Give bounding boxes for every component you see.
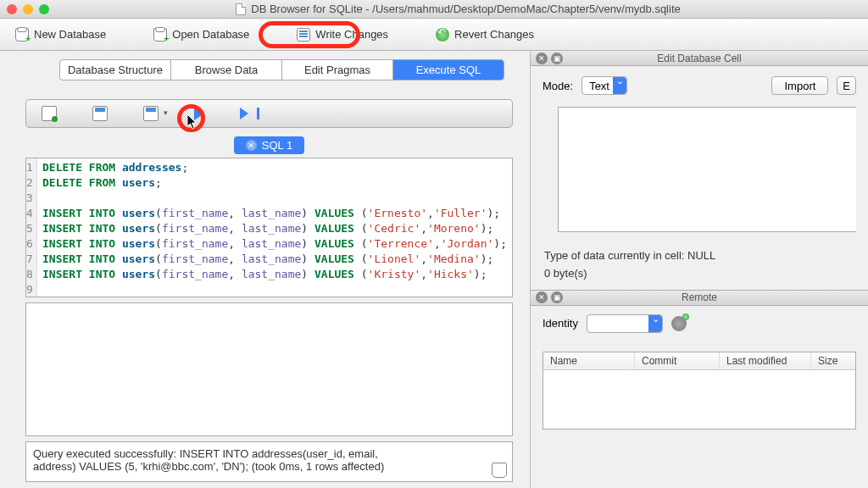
col-last-modified[interactable]: Last modified xyxy=(720,352,811,369)
open-database-button[interactable]: Open Database xyxy=(147,25,256,45)
tab-browse-data[interactable]: Browse Data xyxy=(171,60,282,80)
write-changes-icon xyxy=(297,28,310,42)
panel-detach-icon[interactable]: ▣ xyxy=(551,53,563,64)
remote-close-icon[interactable]: ✕ xyxy=(536,291,548,303)
document-icon xyxy=(236,3,246,15)
window-maximize-button[interactable] xyxy=(39,4,49,14)
identity-select[interactable] xyxy=(587,314,663,333)
remote-detach-icon[interactable]: ▣ xyxy=(551,291,563,303)
sql-editor[interactable]: 123 456 789 DELETE FROM addresses; DELET… xyxy=(25,158,513,297)
export-button[interactable]: E xyxy=(837,76,856,95)
new-database-label: New Database xyxy=(34,28,106,41)
tab-bar: Database Structure Browse Data Edit Prag… xyxy=(59,59,504,80)
open-database-icon xyxy=(153,28,167,42)
new-database-button[interactable]: New Database xyxy=(8,25,113,45)
main-toolbar: New Database Open Database Write Changes… xyxy=(0,19,868,51)
execute-sql-icon[interactable] xyxy=(194,107,204,120)
save-sql-as-icon[interactable] xyxy=(143,106,159,121)
left-pane: Database Structure Browse Data Edit Prag… xyxy=(0,51,530,488)
tab-database-structure[interactable]: Database Structure xyxy=(60,60,171,80)
panel-close-icon[interactable]: ✕ xyxy=(536,53,548,64)
remote-settings-icon[interactable] xyxy=(671,316,687,331)
title-bar: DB Browser for SQLite - /Users/mahmud/De… xyxy=(0,0,868,19)
close-tab-icon[interactable]: ✕ xyxy=(246,140,257,151)
remote-table-header: Name Commit Last modified Size xyxy=(543,352,855,370)
window-minimize-button[interactable] xyxy=(23,4,33,14)
status-panel: Query executed successfully: INSERT INTO… xyxy=(25,441,513,482)
status-line-2: address) VALUES (5, 'krhi@bbc.com', 'DN'… xyxy=(33,460,505,473)
window-title: DB Browser for SQLite - /Users/mahmud/De… xyxy=(55,3,861,15)
write-changes-label: Write Changes xyxy=(315,28,388,41)
revert-changes-icon xyxy=(436,28,449,42)
cell-type-info: Type of data currently in cell: NULL xyxy=(544,247,854,265)
new-database-icon xyxy=(15,28,29,42)
window-title-text: DB Browser for SQLite - /Users/mahmud/De… xyxy=(251,3,680,15)
sql-tab-1[interactable]: ✕ SQL 1 xyxy=(234,136,304,154)
revert-changes-button[interactable]: Revert Changes xyxy=(429,25,541,45)
edit-cell-title: Edit Database Cell xyxy=(531,53,868,64)
remote-table[interactable]: Name Commit Last modified Size xyxy=(542,352,856,430)
mode-label: Mode: xyxy=(542,80,573,92)
sql-tab-label: SQL 1 xyxy=(262,139,292,152)
window-close-button[interactable] xyxy=(7,4,17,14)
tab-edit-pragmas[interactable]: Edit Pragmas xyxy=(282,60,393,80)
write-changes-button[interactable]: Write Changes xyxy=(290,25,395,45)
line-gutter: 123 456 789 xyxy=(26,158,36,297)
sql-toolbar xyxy=(25,99,513,128)
col-name[interactable]: Name xyxy=(543,352,635,369)
remote-title: Remote xyxy=(531,291,868,303)
right-pane: ✕ ▣ Edit Database Cell Mode: Text Import… xyxy=(530,51,868,488)
results-grid[interactable] xyxy=(25,302,513,436)
remote-header: ✕ ▣ Remote xyxy=(531,291,868,306)
revert-changes-label: Revert Changes xyxy=(454,28,534,41)
tab-execute-sql[interactable]: Execute SQL xyxy=(393,60,504,80)
col-size[interactable]: Size xyxy=(811,352,855,369)
remote-panel: ✕ ▣ Remote Identity Name Commit Last mod… xyxy=(531,290,868,430)
import-button[interactable]: Import xyxy=(771,76,828,95)
identity-label: Identity xyxy=(542,317,578,330)
sql-code[interactable]: DELETE FROM addresses; DELETE FROM users… xyxy=(37,158,512,297)
open-sql-icon[interactable] xyxy=(42,106,57,121)
status-line-1: Query executed successfully: INSERT INTO… xyxy=(33,447,505,460)
open-database-label: Open Database xyxy=(172,28,249,41)
mode-select[interactable]: Text xyxy=(581,76,627,95)
edit-cell-header: ✕ ▣ Edit Database Cell xyxy=(531,51,868,66)
save-sql-icon[interactable] xyxy=(92,106,108,121)
col-commit[interactable]: Commit xyxy=(635,352,720,369)
execute-step-icon[interactable] xyxy=(240,108,248,119)
cell-size-info: 0 byte(s) xyxy=(544,265,854,283)
cell-textarea[interactable] xyxy=(558,107,856,232)
status-db-icon xyxy=(492,463,507,478)
